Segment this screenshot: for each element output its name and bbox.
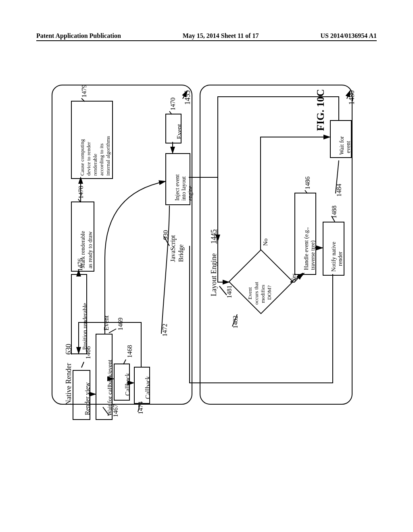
ref-1479: 1479 (81, 85, 88, 98)
txt-he-1: Handle event (e.g., (303, 227, 310, 270)
page-header: Patent Application Publication May 15, 2… (36, 32, 377, 41)
txt-cc-1: Cause computing (79, 139, 86, 176)
txt-cc-5: internal algorithms (105, 136, 111, 176)
patent-diagram: FIG. 10C Native Render 630 1455 Layout E… (48, 73, 363, 415)
txt-event-u: Event (103, 316, 110, 330)
txt-dec-3: modifies (260, 285, 266, 303)
layout-engine-label: Layout Engine (210, 254, 218, 296)
txt-inject-3: engine (187, 186, 194, 201)
txt-position: Position renderable (81, 303, 88, 350)
txt-he-2: traverse tree) (310, 241, 316, 270)
txt-js: JavaScript (169, 235, 177, 262)
header-left: Patent Application Publication (36, 32, 121, 39)
ref-1482: 1482 (232, 316, 239, 328)
ref-1474: 1474 (137, 401, 144, 414)
txt-cc-2: device to render (86, 142, 92, 176)
txt-inject-2: into layout (181, 177, 187, 201)
txt-render-view: Render view (84, 382, 91, 415)
txt-bridge: Bridge (177, 244, 185, 262)
txt-nn-1: Notify native (331, 242, 337, 272)
ref-1481: 1481 (226, 285, 233, 298)
txt-dec-1: Event (247, 287, 253, 299)
ref-1478: 1478 (77, 186, 85, 199)
txt-we-2: event (345, 141, 352, 153)
ref-1469: 1469 (117, 318, 124, 330)
txt-no: No (262, 239, 269, 246)
ref-930: 930 (162, 230, 169, 240)
ref-1486: 1486 (304, 177, 311, 189)
txt-dec-4: DOM? (266, 285, 273, 300)
ref-1488: 1488 (331, 206, 338, 218)
ref-1480: 1480 (348, 90, 356, 105)
txt-cc-3: renderable (92, 154, 98, 176)
txt-we-1: Wait for (339, 136, 345, 155)
ref-1484: 1484 (336, 184, 343, 197)
header-middle: May 15, 2014 Sheet 11 of 17 (183, 32, 259, 39)
ref-1472: 1472 (161, 324, 169, 337)
ref-1468: 1468 (126, 345, 133, 358)
txt-mark-2: as ready to draw (87, 231, 94, 268)
txt-event-l: Event (176, 124, 183, 139)
ref-1467: 1467 (112, 404, 119, 417)
txt-dec-2: occurs that (253, 282, 260, 305)
txt-callback-l: Callback (144, 376, 152, 399)
native-render-label: Native Render (65, 363, 73, 405)
txt-inject-1: Inject event (174, 174, 181, 201)
header-right: US 2014/0136954 A1 (320, 32, 377, 39)
txt-mark-1: Mark renderable (80, 231, 86, 268)
ref-1445: 1445 (210, 229, 218, 244)
txt-cc-4: according to its (98, 143, 105, 176)
txt-nn-2: render (337, 251, 344, 266)
txt-callback-u: Callback (124, 373, 131, 396)
ref-1470: 1470 (169, 98, 177, 110)
ref-1455: 1455 (184, 90, 192, 105)
